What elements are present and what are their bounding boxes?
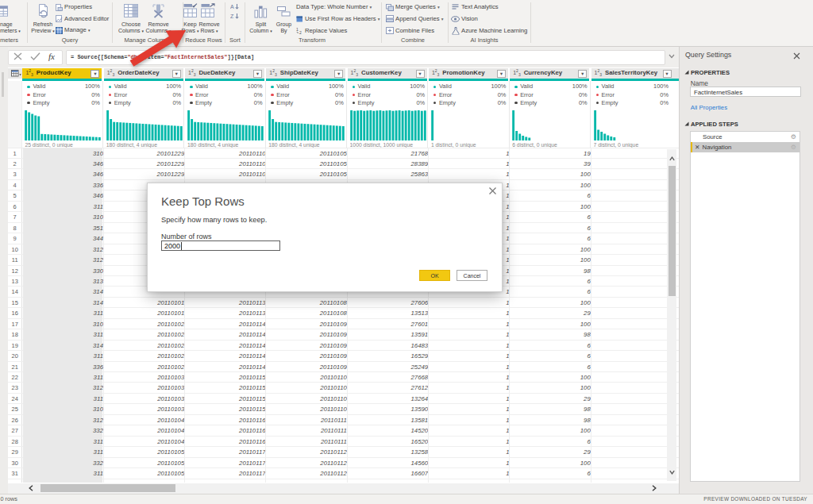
svg-text:1: 1	[296, 27, 299, 32]
svg-text:Z: Z	[230, 13, 234, 19]
svg-text:A: A	[230, 4, 234, 10]
svg-text:2: 2	[299, 30, 302, 34]
